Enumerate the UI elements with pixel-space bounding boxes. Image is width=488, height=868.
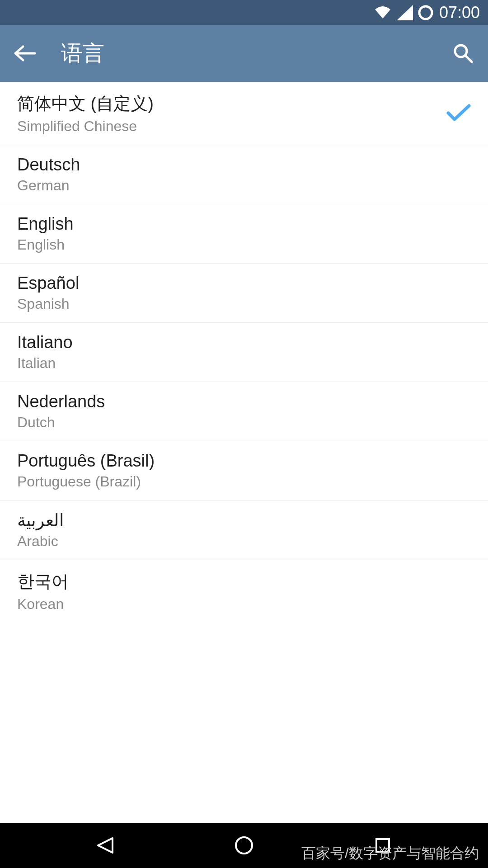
svg-point-0 [419,6,432,19]
check-icon [446,103,471,124]
language-english-name: Portuguese (Brazil) [17,473,471,490]
language-english-name: Simplified Chinese [17,118,471,135]
language-english-name: German [17,177,471,194]
list-item[interactable]: Español Spanish [0,264,488,323]
svg-point-3 [236,837,252,854]
arrow-left-icon [13,44,37,62]
language-english-name: Italian [17,355,471,372]
language-english-name: Dutch [17,414,471,431]
status-time: 07:00 [439,3,480,22]
language-native-name: 한국어 [17,570,471,593]
list-item[interactable]: Português (Brasil) Portuguese (Brazil) [0,441,488,500]
content-area: 简体中文 (自定义) Simplified Chinese Deutsch Ge… [0,82,488,823]
language-native-name: 简体中文 (自定义) [17,92,471,115]
language-english-name: Arabic [17,533,471,550]
list-item[interactable]: Italiano Italian [0,323,488,382]
list-item[interactable]: 简体中文 (自定义) Simplified Chinese [0,82,488,145]
language-native-name: English [17,214,471,234]
list-item[interactable]: Deutsch German [0,145,488,204]
search-button[interactable] [450,40,477,67]
page-title: 语言 [61,39,450,68]
cellular-icon [397,5,413,20]
nav-home-button[interactable] [230,832,258,859]
svg-line-2 [465,56,472,62]
app-bar: 语言 [0,25,488,82]
language-native-name: Español [17,274,471,293]
search-icon [453,43,474,64]
language-native-name: Nederlands [17,392,471,411]
back-button[interactable] [11,40,38,67]
list-item[interactable]: Nederlands Dutch [0,382,488,441]
list-item[interactable]: 한국어 Korean [0,560,488,623]
language-native-name: Deutsch [17,155,471,175]
language-list[interactable]: 简体中文 (自定义) Simplified Chinese Deutsch Ge… [0,82,488,623]
triangle-back-icon [94,835,116,856]
wifi-icon [373,5,392,20]
status-bar: 07:00 [0,0,488,25]
language-native-name: Português (Brasil) [17,451,471,471]
language-english-name: Korean [17,596,471,613]
list-item[interactable]: العربية Arabic [0,500,488,560]
watermark: 百家号/数字资产与智能合约 [301,844,479,863]
language-native-name: العربية [17,510,471,530]
circle-icon [418,5,434,21]
list-item[interactable]: English English [0,204,488,264]
language-english-name: Spanish [17,296,471,312]
language-english-name: English [17,236,471,253]
nav-back-button[interactable] [92,832,119,859]
circle-home-icon [233,835,255,856]
language-native-name: Italiano [17,333,471,352]
status-icons [373,5,434,21]
